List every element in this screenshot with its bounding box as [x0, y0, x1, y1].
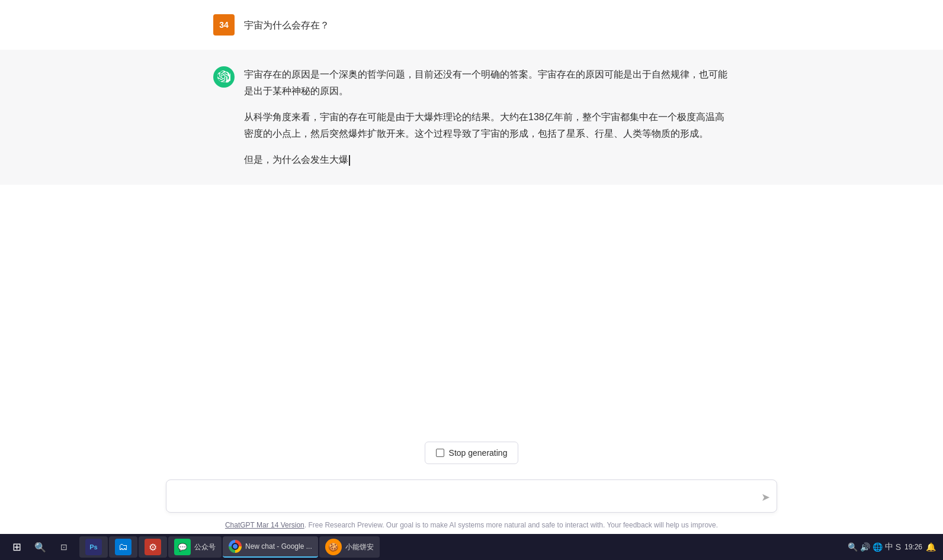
- tool-icon: ⚙: [145, 539, 161, 555]
- ai-para-2: 从科学角度来看，宇宙的存在可能是由于大爆炸理论的结果。大约在138亿年前，整个宇…: [244, 109, 730, 142]
- user-avatar: 34: [213, 14, 235, 36]
- ai-para-1: 宇宙存在的原因是一个深奥的哲学问题，目前还没有一个明确的答案。宇宙存在的原因可能…: [244, 66, 730, 99]
- taskbar-app-file[interactable]: 🗂: [109, 536, 137, 558]
- input-area: ➤: [0, 474, 943, 517]
- send-button[interactable]: ➤: [761, 491, 770, 504]
- chrome-icon: [229, 540, 242, 553]
- input-wrapper: ➤: [166, 479, 777, 515]
- task-view-button[interactable]: ⊡: [53, 536, 75, 558]
- mic-icon: 🔊: [860, 542, 870, 552]
- message-input[interactable]: [166, 479, 777, 513]
- network-icon: 🌐: [873, 542, 883, 552]
- file-icon: 🗂: [115, 539, 131, 555]
- ai-para-3: 但是，为什么会发生大爆: [244, 152, 730, 168]
- footer-description: . Free Research Preview. Our goal is to …: [304, 521, 718, 529]
- stop-generating-label: Stop generating: [449, 448, 508, 458]
- taskbar: ⊞ 🔍 ⊡ Ps 🗂 ⚙ 💬 公众号 New chat - Google ...…: [0, 534, 943, 560]
- tray-icons: 🔍 🔊 🌐 中 S: [848, 542, 901, 552]
- wechat-label: 公众号: [194, 542, 216, 552]
- user-message: 34 宇宙为什么会存在？: [0, 0, 943, 50]
- chatgpt-avatar: [213, 66, 235, 88]
- stop-generating-button[interactable]: Stop generating: [425, 442, 519, 464]
- footer: ChatGPT Mar 14 Version. Free Research Pr…: [0, 517, 943, 534]
- s-icon: S: [896, 542, 901, 552]
- typing-cursor: [349, 155, 350, 166]
- taskbar-app-tool[interactable]: ⚙: [139, 536, 167, 558]
- taskbar-app-cookie[interactable]: 🍪 小能饼安: [319, 536, 380, 558]
- stop-generating-container: Stop generating: [0, 432, 943, 474]
- taskbar-apps: Ps 🗂 ⚙ 💬 公众号 New chat - Google ... 🍪 小能饼…: [79, 536, 842, 558]
- start-button[interactable]: ⊞: [6, 536, 27, 558]
- ai-response-text: 宇宙存在的原因是一个深奥的哲学问题，目前还没有一个明确的答案。宇宙存在的原因可能…: [244, 66, 730, 168]
- taskbar-app-chrome[interactable]: New chat - Google ...: [223, 536, 318, 558]
- taskbar-start: ⊞ 🔍 ⊡: [2, 536, 78, 558]
- ps-icon: Ps: [85, 539, 102, 555]
- ai-message: 宇宙存在的原因是一个深奥的哲学问题，目前还没有一个明确的答案。宇宙存在的原因可能…: [0, 50, 943, 185]
- taskbar-right: 🔍 🔊 🌐 中 S 19:26 🔔: [843, 542, 941, 552]
- cookie-icon: 🍪: [325, 539, 342, 555]
- search-button[interactable]: 🔍: [30, 536, 51, 558]
- lang-icon: 中: [885, 542, 893, 552]
- version-link[interactable]: ChatGPT Mar 14 Version: [225, 521, 304, 529]
- user-message-text: 宇宙为什么会存在？: [244, 14, 329, 33]
- stop-icon: [436, 449, 444, 457]
- taskbar-app-wechat[interactable]: 💬 公众号: [168, 536, 222, 558]
- cookie-label: 小能饼安: [345, 542, 374, 552]
- notification-icon: 🔔: [926, 542, 936, 552]
- wechat-icon: 💬: [174, 539, 191, 555]
- chrome-label: New chat - Google ...: [245, 542, 312, 551]
- clock: 19:26: [904, 543, 922, 551]
- empty-space: [0, 185, 943, 432]
- search-tray-icon: 🔍: [848, 542, 858, 552]
- taskbar-app-ps[interactable]: Ps: [79, 536, 108, 558]
